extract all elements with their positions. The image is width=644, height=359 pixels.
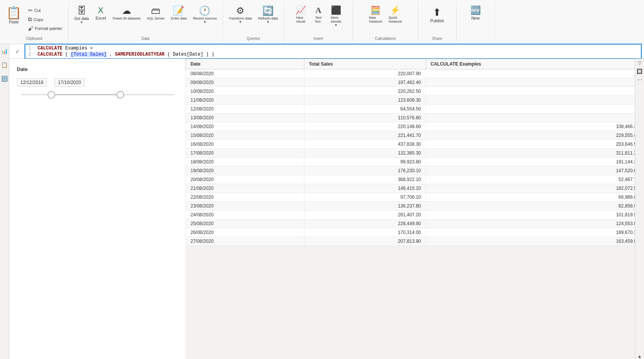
cell-calc-examples: 191,144.30 xyxy=(426,158,644,166)
formula-text-2: CALCULATE ( [Total Sales] , SAMEPERIODLA… xyxy=(38,52,214,57)
cell-total-sales: 368,922.10 xyxy=(304,175,426,184)
publish-button[interactable]: ⬆ Publish xyxy=(426,4,448,26)
cell-calc-examples xyxy=(426,105,644,114)
cell-calc-examples: 311,811.30 xyxy=(426,149,644,158)
new-icon: 🆕 xyxy=(470,6,481,15)
slider-thumb-left[interactable] xyxy=(48,91,55,99)
new-measure-button[interactable]: 🧮 Newmeasure xyxy=(366,4,385,25)
model-view-icon[interactable]: 🔢 xyxy=(0,75,8,82)
slider-thumb-right[interactable] xyxy=(117,91,124,99)
recent-sources-button[interactable]: 🕐 Recent sources ▼ xyxy=(190,4,220,26)
cell-calc-examples: 163,459.90 xyxy=(426,237,644,246)
copy-label: Copy xyxy=(33,17,43,22)
refresh-button[interactable]: 🔄 Refresh data ▼ xyxy=(255,4,281,26)
table-container: Date Total Sales CALCULATE Examples 08/0… xyxy=(186,59,644,359)
formula-line-2: 2 CALCULATE ( [Total Sales] , SAMEPERIOD… xyxy=(28,51,638,58)
cell-date: 18/08/2020 xyxy=(186,158,304,166)
format-visual-icon[interactable]: 🔲 xyxy=(637,69,642,74)
sql-server-button[interactable]: 🗃 SQL Server xyxy=(144,4,168,22)
transform-label: Transform data xyxy=(229,16,252,20)
more-options-icon[interactable]: ⋯ xyxy=(637,77,642,82)
new-group: 🆕 New xyxy=(457,2,495,42)
cell-date: 16/08/2020 xyxy=(186,140,304,149)
cell-total-sales: 220,262.50 xyxy=(304,87,426,96)
quick-measure-icon: ⚡ xyxy=(390,6,400,15)
queries-group-label: Queries xyxy=(223,36,284,41)
table-row: 17/08/2020132,385.30311,811.30 xyxy=(186,149,644,158)
more-visuals-dropdown: ▼ xyxy=(334,23,337,27)
new-measure-icon: 🧮 xyxy=(370,6,381,15)
cell-date: 10/08/2020 xyxy=(186,87,304,96)
cell-date: 21/08/2020 xyxy=(186,184,304,193)
line-number-1: 1 xyxy=(28,46,34,51)
transform-dropdown: ▼ xyxy=(239,20,242,24)
paste-button[interactable]: 📋 Paste xyxy=(3,4,25,26)
paste-icon: 📋 xyxy=(6,5,21,20)
format-painter-button[interactable]: 🖌 Format painter xyxy=(25,24,65,33)
format-painter-label: Format painter xyxy=(35,26,62,31)
cell-date: 20/08/2020 xyxy=(186,175,304,184)
table-row: 08/08/2020220,007.90 xyxy=(186,69,644,78)
slider-track xyxy=(21,94,174,95)
new-measure-label: Newmeasure xyxy=(369,16,382,23)
enter-data-button[interactable]: 📝 Enter data xyxy=(168,4,190,22)
cell-total-sales: 228,449.90 xyxy=(304,219,426,228)
enter-data-icon: 📝 xyxy=(173,6,184,16)
more-visuals-button[interactable]: ⬛ Morevisuals ▼ xyxy=(327,4,344,29)
quick-measure-label: Quickmeasure xyxy=(388,16,402,23)
slicer-slider xyxy=(17,94,178,95)
formula-editor[interactable]: 1 CALCULATE Examples = 2 CALCULATE ( [To… xyxy=(25,44,642,59)
get-data-icon: 🗄 xyxy=(77,6,86,16)
get-data-label: Get data xyxy=(74,16,89,21)
cell-calc-examples: 203,646.50 xyxy=(426,140,644,149)
cell-calc-examples: 189,670.30 xyxy=(426,228,644,237)
transform-data-button[interactable]: ⚙ Transform data ▼ xyxy=(226,4,255,26)
new-visual-button[interactable]: 📈 Newvisual xyxy=(292,4,309,25)
copy-button[interactable]: ⧉ Copy xyxy=(25,15,65,24)
filter-icon[interactable]: ▽ xyxy=(638,60,641,66)
text-box-button[interactable]: A Textbox xyxy=(310,4,327,25)
calculations-group-label: Calculations xyxy=(353,36,418,41)
formula-text-1: CALCULATE Examples = xyxy=(38,46,93,51)
data-table: Date Total Sales CALCULATE Examples 08/0… xyxy=(186,59,644,246)
table-row: 10/08/2020220,262.50 xyxy=(186,87,644,96)
slicer-date-start[interactable]: 12/12/2018 xyxy=(17,78,47,87)
excel-button[interactable]: X Excel xyxy=(92,4,109,22)
cell-date: 14/08/2020 xyxy=(186,122,304,131)
cell-date: 24/08/2020 xyxy=(186,211,304,219)
calculations-group: 🧮 Newmeasure ⚡ Quickmeasure Calculations xyxy=(353,2,418,42)
scroll-up-icon[interactable]: ▲ xyxy=(637,354,642,359)
table-row: 27/08/2020207,813.90163,459.90 xyxy=(186,237,644,246)
cell-total-sales: 136,237.80 xyxy=(304,202,426,211)
table-header-row: Date Total Sales CALCULATE Examples xyxy=(186,59,644,69)
quick-measure-button[interactable]: ⚡ Quickmeasure xyxy=(386,4,404,25)
table-row: 16/08/2020437,838.30203,646.50 xyxy=(186,140,644,149)
col-total-sales: Total Sales xyxy=(304,59,426,69)
cell-total-sales: 197,462.40 xyxy=(304,78,426,87)
new-visual-icon: 📈 xyxy=(296,6,306,15)
insert-group-label: Insert xyxy=(284,36,353,41)
formula-confirm-button[interactable]: ✓ xyxy=(13,47,22,56)
cut-button[interactable]: ✂ Cut xyxy=(25,6,65,15)
cell-date: 25/08/2020 xyxy=(186,219,304,228)
data-view-icon[interactable]: 📋 xyxy=(0,61,8,69)
cut-icon: ✂ xyxy=(28,7,33,13)
table-row: 13/08/2020110,576.80 xyxy=(186,114,644,122)
cell-calc-examples: 82,858.90 xyxy=(426,202,644,211)
table-row: 15/08/2020221,441.70229,555.40 xyxy=(186,131,644,140)
report-view-icon[interactable]: 📊 xyxy=(0,47,8,55)
slicer-date-end[interactable]: 17/10/2020 xyxy=(54,78,84,87)
cell-date: 13/08/2020 xyxy=(186,114,304,122)
recent-sources-label: Recent sources xyxy=(193,16,217,20)
cell-calc-examples: 124,553.00 xyxy=(426,219,644,228)
excel-icon: X xyxy=(98,6,104,15)
cell-calc-examples xyxy=(426,69,644,78)
transform-icon: ⚙ xyxy=(236,6,245,16)
get-data-button[interactable]: 🗄 Get data ▼ xyxy=(72,4,92,26)
cell-total-sales: 99,923.80 xyxy=(304,158,426,166)
new-button[interactable]: 🆕 New xyxy=(467,4,484,22)
main-content: Date 12/12/2018 17/10/2020 Date Total Sa… xyxy=(9,59,644,359)
formula-bar: ✕ ✓ 1 CALCULATE Examples = 2 CALCULATE (… xyxy=(0,44,644,59)
cell-calc-examples xyxy=(426,114,644,122)
power-bi-datasets-button[interactable]: ☁ Power BI datasets xyxy=(110,4,143,22)
